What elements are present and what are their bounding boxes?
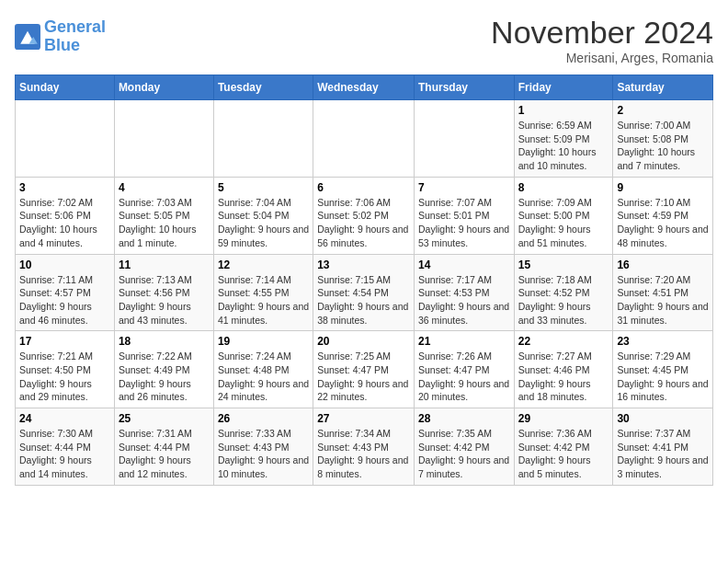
calendar-cell: 1Sunrise: 6:59 AM Sunset: 5:09 PM Daylig… <box>514 100 613 178</box>
day-info: Sunrise: 7:22 AM Sunset: 4:49 PM Dayligh… <box>119 350 210 404</box>
day-info: Sunrise: 7:34 AM Sunset: 4:43 PM Dayligh… <box>317 427 410 481</box>
day-info: Sunrise: 7:10 AM Sunset: 4:59 PM Dayligh… <box>617 196 709 250</box>
calendar-cell: 19Sunrise: 7:24 AM Sunset: 4:48 PM Dayli… <box>213 331 313 408</box>
calendar-cell: 21Sunrise: 7:26 AM Sunset: 4:47 PM Dayli… <box>414 331 514 408</box>
calendar-cell: 20Sunrise: 7:25 AM Sunset: 4:47 PM Dayli… <box>313 331 415 408</box>
logo-line1: General <box>44 17 106 36</box>
week-row-2: 3Sunrise: 7:02 AM Sunset: 5:06 PM Daylig… <box>16 177 713 254</box>
calendar-cell: 13Sunrise: 7:15 AM Sunset: 4:54 PM Dayli… <box>313 254 415 331</box>
location-subtitle: Merisani, Arges, Romania <box>491 51 713 65</box>
day-number: 21 <box>418 335 510 348</box>
calendar-table: SundayMondayTuesdayWednesdayThursdayFrid… <box>15 75 713 486</box>
title-block: November 2024 Merisani, Arges, Romania <box>491 15 713 65</box>
weekday-sunday: Sunday <box>16 75 115 100</box>
calendar-body: 1Sunrise: 6:59 AM Sunset: 5:09 PM Daylig… <box>16 100 713 486</box>
day-number: 22 <box>518 335 609 348</box>
calendar-header: SundayMondayTuesdayWednesdayThursdayFrid… <box>16 75 713 100</box>
day-number: 5 <box>218 181 309 194</box>
day-number: 3 <box>19 181 110 194</box>
calendar-cell: 26Sunrise: 7:33 AM Sunset: 4:43 PM Dayli… <box>213 408 313 486</box>
day-info: Sunrise: 7:13 AM Sunset: 4:56 PM Dayligh… <box>119 273 210 327</box>
calendar-cell: 8Sunrise: 7:09 AM Sunset: 5:00 PM Daylig… <box>514 177 613 254</box>
calendar-cell: 10Sunrise: 7:11 AM Sunset: 4:57 PM Dayli… <box>16 254 115 331</box>
day-info: Sunrise: 7:11 AM Sunset: 4:57 PM Dayligh… <box>19 273 110 327</box>
day-info: Sunrise: 7:27 AM Sunset: 4:46 PM Dayligh… <box>518 350 609 404</box>
weekday-tuesday: Tuesday <box>213 75 313 100</box>
calendar-cell: 27Sunrise: 7:34 AM Sunset: 4:43 PM Dayli… <box>313 408 415 486</box>
calendar-cell: 30Sunrise: 7:37 AM Sunset: 4:41 PM Dayli… <box>613 408 713 486</box>
calendar-cell <box>16 100 115 178</box>
day-number: 30 <box>617 412 709 425</box>
day-number: 10 <box>19 259 110 271</box>
day-info: Sunrise: 7:03 AM Sunset: 5:05 PM Dayligh… <box>119 196 210 250</box>
calendar-cell: 9Sunrise: 7:10 AM Sunset: 4:59 PM Daylig… <box>613 177 713 254</box>
day-info: Sunrise: 7:24 AM Sunset: 4:48 PM Dayligh… <box>218 350 309 404</box>
calendar-cell: 25Sunrise: 7:31 AM Sunset: 4:44 PM Dayli… <box>114 408 213 486</box>
calendar-cell: 17Sunrise: 7:21 AM Sunset: 4:50 PM Dayli… <box>16 331 115 408</box>
day-info: Sunrise: 7:02 AM Sunset: 5:06 PM Dayligh… <box>19 196 110 250</box>
day-info: Sunrise: 7:37 AM Sunset: 4:41 PM Dayligh… <box>617 427 709 481</box>
weekday-thursday: Thursday <box>414 75 514 100</box>
calendar-cell: 12Sunrise: 7:14 AM Sunset: 4:55 PM Dayli… <box>213 254 313 331</box>
week-row-1: 1Sunrise: 6:59 AM Sunset: 5:09 PM Daylig… <box>16 100 713 178</box>
month-title: November 2024 <box>491 15 713 51</box>
calendar-cell <box>114 100 213 178</box>
day-number: 6 <box>317 181 410 194</box>
day-number: 4 <box>119 181 210 194</box>
calendar-cell <box>313 100 415 178</box>
calendar-cell: 24Sunrise: 7:30 AM Sunset: 4:44 PM Dayli… <box>16 408 115 486</box>
day-info: Sunrise: 7:25 AM Sunset: 4:47 PM Dayligh… <box>317 350 410 404</box>
day-number: 11 <box>119 259 210 271</box>
day-info: Sunrise: 7:21 AM Sunset: 4:50 PM Dayligh… <box>19 350 110 404</box>
logo: General Blue <box>15 18 106 55</box>
day-number: 23 <box>617 335 709 348</box>
logo-icon <box>15 24 40 50</box>
day-number: 16 <box>617 259 709 271</box>
day-number: 13 <box>317 259 410 271</box>
calendar-cell: 6Sunrise: 7:06 AM Sunset: 5:02 PM Daylig… <box>313 177 415 254</box>
day-number: 7 <box>418 181 510 194</box>
calendar-cell <box>213 100 313 178</box>
day-number: 24 <box>19 412 110 425</box>
day-info: Sunrise: 7:14 AM Sunset: 4:55 PM Dayligh… <box>218 273 309 327</box>
calendar-cell <box>414 100 514 178</box>
week-row-4: 17Sunrise: 7:21 AM Sunset: 4:50 PM Dayli… <box>16 331 713 408</box>
week-row-5: 24Sunrise: 7:30 AM Sunset: 4:44 PM Dayli… <box>16 408 713 486</box>
calendar-cell: 4Sunrise: 7:03 AM Sunset: 5:05 PM Daylig… <box>114 177 213 254</box>
day-info: Sunrise: 7:06 AM Sunset: 5:02 PM Dayligh… <box>317 196 410 250</box>
day-number: 8 <box>518 181 609 194</box>
calendar-cell: 5Sunrise: 7:04 AM Sunset: 5:04 PM Daylig… <box>213 177 313 254</box>
day-info: Sunrise: 7:00 AM Sunset: 5:08 PM Dayligh… <box>617 119 709 173</box>
day-info: Sunrise: 7:17 AM Sunset: 4:53 PM Dayligh… <box>418 273 510 327</box>
calendar-cell: 14Sunrise: 7:17 AM Sunset: 4:53 PM Dayli… <box>414 254 514 331</box>
day-number: 17 <box>19 335 110 348</box>
day-number: 2 <box>617 104 709 117</box>
day-info: Sunrise: 7:26 AM Sunset: 4:47 PM Dayligh… <box>418 350 510 404</box>
weekday-saturday: Saturday <box>613 75 713 100</box>
day-info: Sunrise: 7:30 AM Sunset: 4:44 PM Dayligh… <box>19 427 110 481</box>
weekday-friday: Friday <box>514 75 613 100</box>
day-info: Sunrise: 6:59 AM Sunset: 5:09 PM Dayligh… <box>518 119 609 173</box>
weekday-wednesday: Wednesday <box>313 75 415 100</box>
day-info: Sunrise: 7:07 AM Sunset: 5:01 PM Dayligh… <box>418 196 510 250</box>
day-info: Sunrise: 7:09 AM Sunset: 5:00 PM Dayligh… <box>518 196 609 250</box>
calendar-cell: 18Sunrise: 7:22 AM Sunset: 4:49 PM Dayli… <box>114 331 213 408</box>
calendar-cell: 15Sunrise: 7:18 AM Sunset: 4:52 PM Dayli… <box>514 254 613 331</box>
day-number: 27 <box>317 412 410 425</box>
calendar-cell: 3Sunrise: 7:02 AM Sunset: 5:06 PM Daylig… <box>16 177 115 254</box>
day-info: Sunrise: 7:33 AM Sunset: 4:43 PM Dayligh… <box>218 427 309 481</box>
day-number: 12 <box>218 259 309 271</box>
day-info: Sunrise: 7:35 AM Sunset: 4:42 PM Dayligh… <box>418 427 510 481</box>
day-info: Sunrise: 7:15 AM Sunset: 4:54 PM Dayligh… <box>317 273 410 327</box>
day-number: 26 <box>218 412 309 425</box>
calendar-cell: 28Sunrise: 7:35 AM Sunset: 4:42 PM Dayli… <box>414 408 514 486</box>
logo-text: General Blue <box>44 18 106 55</box>
day-number: 25 <box>119 412 210 425</box>
calendar-cell: 23Sunrise: 7:29 AM Sunset: 4:45 PM Dayli… <box>613 331 713 408</box>
day-number: 15 <box>518 259 609 271</box>
day-number: 18 <box>119 335 210 348</box>
calendar-cell: 11Sunrise: 7:13 AM Sunset: 4:56 PM Dayli… <box>114 254 213 331</box>
day-info: Sunrise: 7:20 AM Sunset: 4:51 PM Dayligh… <box>617 273 709 327</box>
day-number: 14 <box>418 259 510 271</box>
day-info: Sunrise: 7:29 AM Sunset: 4:45 PM Dayligh… <box>617 350 709 404</box>
